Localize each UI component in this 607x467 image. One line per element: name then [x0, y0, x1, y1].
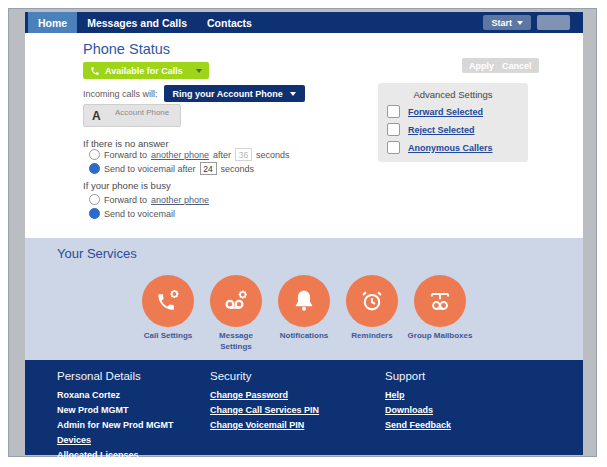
- start-button[interactable]: Start: [483, 15, 531, 30]
- option-text: Send to voicemail after: [104, 164, 196, 174]
- advanced-settings-panel: Advanced Settings Forward Selected Rejec…: [378, 83, 528, 162]
- nav-right-controls: Start: [483, 12, 583, 33]
- app-container: Home Messages and Calls Contacts Start P…: [25, 12, 583, 455]
- availability-dropdown[interactable]: Available for Calls: [83, 62, 209, 79]
- page-frame: Home Messages and Calls Contacts Start P…: [8, 8, 597, 457]
- caret-down-icon: [517, 21, 523, 25]
- footer-group-name: New Prod MGMT: [57, 403, 174, 418]
- page-title: Phone Status: [83, 41, 170, 57]
- option-text: Send to voicemail: [104, 209, 175, 219]
- account-phone-initial: A: [92, 109, 101, 123]
- option-text: seconds: [221, 164, 255, 174]
- start-button-label: Start: [491, 18, 512, 28]
- no-answer-seconds-input[interactable]: [235, 148, 252, 161]
- caret-down-icon: [290, 92, 296, 96]
- services-title: Your Services: [57, 246, 137, 261]
- main-nav: Home Messages and Calls Contacts Start: [25, 12, 583, 33]
- services-row: Call Settings: [25, 275, 583, 353]
- service-group-mailboxes: Group Mailboxes: [406, 275, 474, 353]
- reject-selected-link[interactable]: Reject Selected: [408, 125, 475, 135]
- reminders-button[interactable]: [346, 275, 398, 327]
- call-settings-icon: [154, 287, 182, 315]
- incoming-calls-label: Incoming calls will:: [83, 89, 158, 99]
- another-phone-link[interactable]: another phone: [151, 150, 209, 160]
- footer-security: Security Change Password Change Call Ser…: [210, 370, 319, 433]
- caret-down-icon: [196, 69, 202, 73]
- option-text: Forward to: [104, 150, 147, 160]
- service-label: Notifications: [280, 331, 328, 342]
- group-mailboxes-icon: [426, 287, 454, 315]
- option-text: Forward to: [104, 195, 147, 205]
- cancel-button[interactable]: Cancel: [495, 58, 539, 73]
- group-mailboxes-button[interactable]: [414, 275, 466, 327]
- no-answer-voicemail-radio[interactable]: [89, 163, 100, 174]
- downloads-link[interactable]: Downloads: [385, 403, 451, 418]
- advanced-row-reject-selected: Reject Selected: [387, 123, 528, 136]
- voicemail-seconds-input[interactable]: [200, 162, 217, 175]
- service-reminders: Reminders: [338, 275, 406, 353]
- account-phone-label: Account Phone: [115, 108, 169, 117]
- service-call-settings: Call Settings: [134, 275, 202, 353]
- footer-user-name: Roxana Cortez: [57, 388, 174, 403]
- availability-label: Available for Calls: [105, 66, 183, 76]
- allocated-licenses-link[interactable]: Allocated Licenses: [57, 448, 174, 463]
- message-settings-button[interactable]: [210, 275, 262, 327]
- busy-voicemail-radio[interactable]: [89, 208, 100, 219]
- footer-heading: Security: [210, 370, 319, 382]
- tab-contacts[interactable]: Contacts: [197, 12, 262, 33]
- phone-icon: [90, 66, 100, 76]
- option-text: after: [213, 150, 231, 160]
- reject-selected-checkbox[interactable]: [387, 123, 400, 136]
- devices-link[interactable]: Devices: [57, 433, 174, 448]
- busy-voicemail-option: Send to voicemail: [89, 208, 175, 219]
- anonymous-callers-checkbox[interactable]: [387, 141, 400, 154]
- change-voicemail-pin-link[interactable]: Change Voicemail PIN: [210, 418, 319, 433]
- footer-admin-name: Admin for New Prod MGMT: [57, 418, 174, 433]
- no-answer-voicemail-option: Send to voicemail after seconds: [89, 162, 254, 175]
- service-label: Message Settings: [213, 331, 259, 353]
- incoming-calls-row: Incoming calls will: Ring your Account P…: [83, 85, 305, 102]
- notifications-icon: [290, 287, 318, 315]
- service-message-settings: Message Settings: [202, 275, 270, 353]
- footer-personal-details: Personal Details Roxana Cortez New Prod …: [57, 370, 174, 467]
- phone-status-section: Phone Status Available for Calls Incomin…: [25, 33, 583, 238]
- change-password-link[interactable]: Change Password: [210, 388, 319, 403]
- footer-heading: Support: [385, 370, 451, 382]
- service-label: Call Settings: [144, 331, 192, 342]
- forward-selected-checkbox[interactable]: [387, 105, 400, 118]
- help-link[interactable]: Help: [385, 388, 451, 403]
- anonymous-callers-link[interactable]: Anonymous Callers: [408, 143, 493, 153]
- service-notifications: Notifications: [270, 275, 338, 353]
- option-text: seconds: [256, 150, 290, 160]
- notifications-button[interactable]: [278, 275, 330, 327]
- service-label: Group Mailboxes: [408, 331, 473, 342]
- your-services-section: Your Services Call Settings: [25, 238, 583, 360]
- page-footer: Personal Details Roxana Cortez New Prod …: [25, 360, 583, 455]
- no-answer-forward-radio[interactable]: [89, 149, 100, 160]
- reminders-icon: [358, 287, 386, 315]
- tab-messages-and-calls[interactable]: Messages and Calls: [77, 12, 197, 33]
- incoming-calls-dropdown[interactable]: Ring your Account Phone: [164, 85, 305, 102]
- change-call-services-pin-link[interactable]: Change Call Services PIN: [210, 403, 319, 418]
- tab-home[interactable]: Home: [28, 12, 77, 33]
- footer-heading: Personal Details: [57, 370, 174, 382]
- advanced-row-anonymous-callers: Anonymous Callers: [387, 141, 528, 154]
- busy-heading: If your phone is busy: [83, 180, 171, 191]
- footer-support: Support Help Downloads Send Feedback: [385, 370, 451, 433]
- account-phone-card: A Account Phone: [83, 104, 181, 127]
- advanced-settings-title: Advanced Settings: [378, 89, 528, 100]
- message-settings-icon: [222, 287, 250, 315]
- incoming-calls-value: Ring your Account Phone: [173, 89, 283, 99]
- another-phone-link[interactable]: another phone: [151, 195, 209, 205]
- nav-search-input[interactable]: [537, 15, 570, 30]
- advanced-row-forward-selected: Forward Selected: [387, 105, 528, 118]
- no-answer-forward-option: Forward to another phone after seconds: [89, 148, 290, 161]
- call-settings-button[interactable]: [142, 275, 194, 327]
- send-feedback-link[interactable]: Send Feedback: [385, 418, 451, 433]
- busy-forward-radio[interactable]: [89, 194, 100, 205]
- service-label: Reminders: [351, 331, 392, 342]
- busy-forward-option: Forward to another phone: [89, 194, 209, 205]
- forward-selected-link[interactable]: Forward Selected: [408, 107, 483, 117]
- set-emergency-location-link[interactable]: Set Emergency Location: [57, 463, 174, 467]
